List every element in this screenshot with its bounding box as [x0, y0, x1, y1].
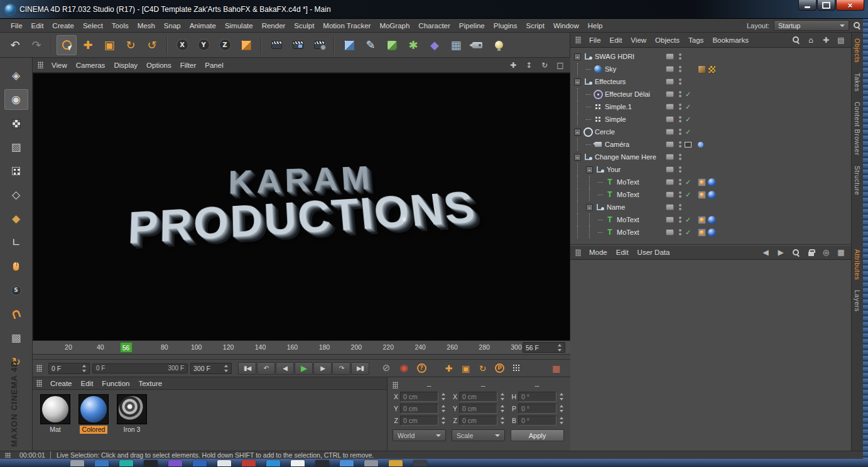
search-icon-button[interactable] — [791, 247, 801, 257]
live-selection-button[interactable] — [57, 35, 77, 55]
field-value[interactable]: 0 cm — [400, 404, 438, 414]
move-panel-icon-button[interactable]: ✚ — [821, 35, 831, 45]
tab-objects[interactable]: Objects — [854, 36, 861, 65]
visibility-dots[interactable] — [677, 129, 683, 135]
layer-chip[interactable] — [666, 104, 674, 110]
frame-range-slider[interactable]: 0 F 300 F — [92, 363, 188, 373]
taskbar-icon[interactable] — [291, 460, 305, 466]
menu-mesh[interactable]: Mesh — [133, 22, 160, 30]
make-editable-button[interactable]: ◈ — [4, 65, 28, 86]
field-value[interactable]: 0 cm — [459, 404, 497, 414]
object-manager-menu-view[interactable]: View — [626, 36, 651, 44]
taskbar-icon[interactable] — [364, 460, 378, 466]
layer-chip[interactable] — [666, 179, 674, 185]
field-value[interactable]: 0 cm — [400, 392, 438, 402]
points-mode-button[interactable] — [4, 161, 28, 181]
panel-grip-icon[interactable] — [36, 365, 42, 372]
spinner-arrows-icon[interactable] — [223, 364, 229, 373]
tree-item-cam-ra[interactable]: Caméra — [574, 138, 851, 151]
field-spinner[interactable] — [440, 392, 446, 401]
field-spinner[interactable] — [558, 392, 564, 401]
attributes-menu-mode[interactable]: Mode — [585, 249, 612, 256]
menu-select[interactable]: Select — [79, 22, 107, 30]
undo-button[interactable]: ↶ — [5, 35, 25, 55]
material-thumbnail[interactable] — [40, 394, 70, 424]
expand-toggle[interactable]: - — [574, 129, 581, 136]
soft-selection-button[interactable]: S — [4, 280, 28, 301]
layer-chip[interactable] — [666, 166, 674, 173]
tree-item-simple-1[interactable]: Simple.1✓ — [574, 100, 851, 113]
grid-icon-button[interactable]: ▦ — [836, 247, 846, 257]
add-spline-button[interactable]: ✎ — [361, 35, 381, 55]
goto-start-button[interactable]: ▮◀ — [238, 362, 256, 375]
taskbar-icon[interactable] — [70, 460, 84, 466]
field-spinner[interactable] — [440, 416, 446, 425]
menu-mograph[interactable]: MoGraph — [375, 22, 414, 30]
field-spinner[interactable] — [499, 404, 505, 413]
menu-script[interactable]: Script — [521, 22, 548, 30]
visibility-dots[interactable] — [677, 217, 683, 223]
viewport-menu-options[interactable]: Options — [142, 62, 176, 69]
coordinate-space-select[interactable]: World — [393, 429, 446, 441]
taskbar-icon[interactable] — [266, 460, 280, 466]
field-spinner[interactable] — [499, 392, 505, 401]
visibility-dots[interactable] — [677, 154, 683, 160]
panel-grip-icon[interactable] — [575, 36, 581, 43]
maximize-icon-button[interactable]: □ — [555, 60, 565, 70]
panel-grip-icon[interactable] — [5, 453, 11, 458]
menu-edit[interactable]: Edit — [27, 22, 48, 30]
current-frame-field[interactable]: 56 F — [523, 342, 565, 353]
tree-item-motext[interactable]: TMoText✓ — [574, 226, 851, 239]
next-key-button[interactable]: ↷ — [332, 362, 350, 375]
subdivision-surface-button[interactable] — [382, 35, 402, 55]
tree-item-cercle[interactable]: -Cercle✓ — [574, 126, 851, 138]
menu-sculpt[interactable]: Sculpt — [290, 22, 318, 30]
home-icon-button[interactable]: ⌂ — [806, 35, 816, 45]
material-thumbnail[interactable] — [117, 394, 147, 424]
pan-icon-button[interactable]: ✚ — [508, 60, 518, 70]
tree-item-your[interactable]: -Your — [574, 163, 851, 176]
redo-button[interactable]: ↷ — [26, 35, 46, 55]
record-options-button[interactable]: ⊘ — [379, 362, 393, 375]
material-tag[interactable] — [708, 191, 716, 199]
panel-grip-icon[interactable] — [38, 62, 43, 68]
enable-toggle[interactable]: ✓ — [683, 115, 693, 124]
menu-help[interactable]: Help — [583, 22, 607, 30]
tweak-mode-button[interactable] — [4, 256, 28, 277]
menu-file[interactable]: File — [6, 22, 27, 30]
taskbar-icon[interactable] — [413, 460, 427, 466]
material-mat[interactable]: Mat — [39, 394, 72, 434]
material-thumbnail[interactable] — [79, 394, 109, 424]
menu-simulate[interactable]: Simulate — [220, 22, 258, 30]
taskbar-icon[interactable] — [144, 460, 158, 466]
next-frame-button[interactable]: ▶ — [313, 362, 332, 375]
layout-select[interactable]: Startup — [774, 20, 849, 31]
viewport-menu-panel[interactable]: Panel — [200, 62, 227, 69]
layer-chip[interactable] — [666, 141, 674, 148]
attributes-menu-edit[interactable]: Edit — [612, 249, 633, 256]
menu-tools[interactable]: Tools — [107, 22, 133, 30]
tree-item-effecteurs[interactable]: -Effecteurs — [574, 75, 851, 88]
layer-chip[interactable] — [666, 129, 674, 135]
menu-snap[interactable]: Snap — [160, 22, 185, 30]
enable-toggle[interactable]: ✓ — [683, 216, 693, 224]
position-header[interactable]: -- — [402, 382, 456, 389]
taskbar-icon[interactable] — [217, 460, 231, 466]
object-manager-menu-bookmarks[interactable]: Bookmarks — [708, 36, 753, 44]
tree-item-swag-hdri[interactable]: -SWAG HDRI — [574, 50, 851, 63]
coordinate-system-button[interactable] — [236, 35, 256, 55]
visibility-dots[interactable] — [677, 179, 683, 185]
minimize-button[interactable] — [798, 0, 816, 11]
enable-toggle[interactable]: ✓ — [683, 178, 693, 186]
visibility-dots[interactable] — [677, 91, 683, 97]
last-tool-button[interactable]: ↺ — [142, 35, 162, 55]
layer-chip[interactable] — [666, 204, 674, 210]
field-value[interactable]: 0 ° — [518, 416, 556, 426]
phong-tag[interactable] — [698, 216, 706, 224]
light-button[interactable] — [489, 35, 509, 55]
prev-key-button[interactable]: ↶ — [257, 362, 275, 375]
menu-pipeline[interactable]: Pipeline — [455, 22, 489, 30]
material-tag[interactable] — [708, 178, 716, 186]
environment-button[interactable]: ▦ — [446, 35, 466, 55]
render-settings-button[interactable] — [309, 35, 329, 55]
